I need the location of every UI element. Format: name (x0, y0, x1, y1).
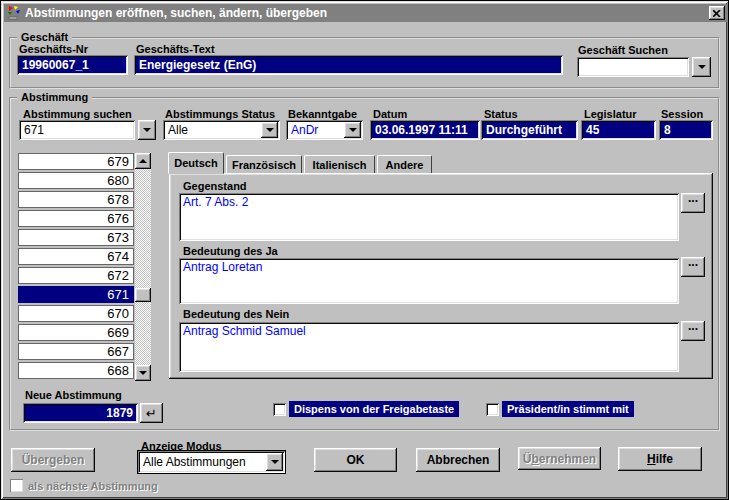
praesident-checkbox[interactable] (486, 403, 499, 416)
abstimmungs-status-combobox[interactable]: Alle (163, 120, 280, 140)
scroll-up-icon (139, 159, 147, 163)
anzeige-modus-combobox[interactable]: Alle Abstimmungen (138, 451, 285, 473)
bedeutung-ja-field[interactable]: Antrag Loretan (179, 258, 679, 304)
gegenstand-label: Gegenstand (183, 180, 247, 192)
neue-abstimmung-label: Neue Abstimmung (25, 389, 122, 401)
abstimmungs-status-dropdown-button[interactable] (261, 122, 278, 138)
abstimmung-suchen-label: Abstimmung suchen (23, 108, 132, 120)
bedeutung-nein-field[interactable]: Antrag Schmid Samuel (179, 322, 679, 372)
close-icon (713, 10, 721, 17)
list-item-selected[interactable]: 671 (18, 286, 134, 303)
anzeige-modus-dropdown-button[interactable] (266, 453, 283, 471)
scroll-down-icon (139, 371, 147, 375)
praesident-checkbox-label: Präsident/in stimmt mit (502, 401, 634, 417)
neue-abstimmung-field[interactable]: 1879 (23, 403, 138, 423)
dropdown-arrow-icon (698, 65, 706, 69)
abstimmungs-status-value: Alle (168, 123, 188, 137)
scrollbar-thumb[interactable] (135, 288, 151, 302)
geschaeft-suchen-label: Geschäft Suchen (578, 44, 668, 56)
status-field: Durchgeführt (481, 120, 578, 140)
abstimmung-group-title: Abstimmung (17, 91, 92, 103)
datum-label: Datum (373, 108, 407, 120)
session-field: 8 (659, 120, 713, 140)
list-scrollbar[interactable] (135, 153, 151, 381)
neue-abstimmung-enter-button[interactable]: ↵ (140, 403, 163, 423)
bekanntgabe-value: AnDr (291, 123, 318, 137)
naechste-abstimmung-label: als nächste Abstimmung (28, 480, 158, 492)
bekanntgabe-combobox[interactable]: AnDr (286, 120, 363, 140)
app-icon (6, 6, 21, 20)
bedeutung-ja-label: Bedeutung des Ja (183, 245, 278, 257)
abbrechen-button[interactable]: Abbrechen (416, 448, 500, 472)
anzeige-modus-value: Alle Abstimmungen (143, 455, 246, 469)
list-item[interactable]: 669 (18, 324, 134, 341)
scroll-up-button[interactable] (135, 153, 151, 169)
list-item[interactable]: 667 (18, 343, 134, 360)
geschaeft-suchen-input[interactable] (577, 57, 689, 77)
dispens-checkbox[interactable] (273, 403, 286, 416)
scroll-down-button[interactable] (135, 365, 151, 381)
legislatur-label: Legislatur (584, 108, 637, 120)
list-item[interactable]: 678 (18, 191, 134, 208)
geschaefts-text-field[interactable]: Energiegesetz (EnG) (134, 55, 563, 75)
window-title: Abstimmungen eröffnen, suchen, ändern, ü… (25, 6, 709, 20)
enter-icon: ↵ (146, 407, 157, 420)
list-item[interactable]: 673 (18, 229, 134, 246)
dropdown-arrow-icon (266, 128, 274, 132)
title-bar[interactable]: Abstimmungen eröffnen, suchen, ändern, ü… (4, 4, 727, 22)
uebergeben-button[interactable]: Übergeben (11, 448, 95, 472)
abstimmungs-status-label: Abstimmungs Status (165, 108, 275, 120)
session-label: Session (661, 108, 703, 120)
uebernehmen-button[interactable]: Übernehmen (518, 447, 601, 470)
naechste-abstimmung-checkbox[interactable] (10, 479, 23, 492)
bedeutung-nein-more-button[interactable]: ... (681, 321, 705, 341)
dropdown-arrow-icon (349, 128, 357, 132)
geschaeft-suchen-dropdown-button[interactable] (692, 57, 711, 77)
gegenstand-more-button[interactable]: ... (681, 193, 705, 213)
bekanntgabe-label: Bekanntgabe (288, 108, 357, 120)
close-button[interactable] (709, 6, 725, 20)
tab-italienisch[interactable]: Italienisch (304, 155, 375, 174)
dialog-window: Abstimmungen eröffnen, suchen, ändern, ü… (0, 0, 729, 500)
list-item[interactable]: 674 (18, 248, 134, 265)
dropdown-arrow-icon (143, 128, 151, 132)
geschaefts-nr-label: Geschäfts-Nr (19, 43, 88, 55)
gegenstand-field[interactable]: Art. 7 Abs. 2 (179, 193, 679, 241)
bedeutung-nein-label: Bedeutung des Nein (183, 308, 289, 320)
dropdown-arrow-icon (271, 460, 279, 464)
list-item[interactable]: 676 (18, 210, 134, 227)
bedeutung-ja-more-button[interactable]: ... (681, 257, 705, 277)
legislatur-field: 45 (581, 120, 656, 140)
list-item[interactable]: 670 (18, 305, 134, 322)
abstimmung-suchen-input[interactable]: 671 (19, 120, 135, 140)
status-label: Status (484, 108, 518, 120)
ok-button[interactable]: OK (314, 448, 397, 472)
bekanntgabe-dropdown-button[interactable] (344, 122, 361, 138)
list-item[interactable]: 680 (18, 172, 134, 189)
datum-field: 03.06.1997 11:11 (370, 120, 480, 140)
tab-franzoesisch[interactable]: Französisch (226, 155, 302, 174)
vote-number-list: 679 680 678 676 673 674 672 671 670 669 … (18, 153, 134, 381)
geschaefts-text-label: Geschäfts-Text (136, 43, 215, 55)
list-item[interactable]: 679 (18, 153, 134, 170)
tab-deutsch[interactable]: Deutsch (168, 152, 224, 174)
abstimmung-suchen-dropdown-button[interactable] (138, 120, 156, 140)
tab-andere[interactable]: Andere (377, 155, 432, 174)
hilfe-button[interactable]: Hilfe (618, 447, 702, 471)
list-item[interactable]: 672 (18, 267, 134, 284)
list-item[interactable]: 668 (18, 362, 134, 379)
geschaefts-nr-field[interactable]: 19960067_1 (17, 55, 128, 75)
geschaeft-group-title: Geschäft (17, 31, 72, 43)
dispens-checkbox-label: Dispens von der Freigabetaste (289, 401, 459, 417)
